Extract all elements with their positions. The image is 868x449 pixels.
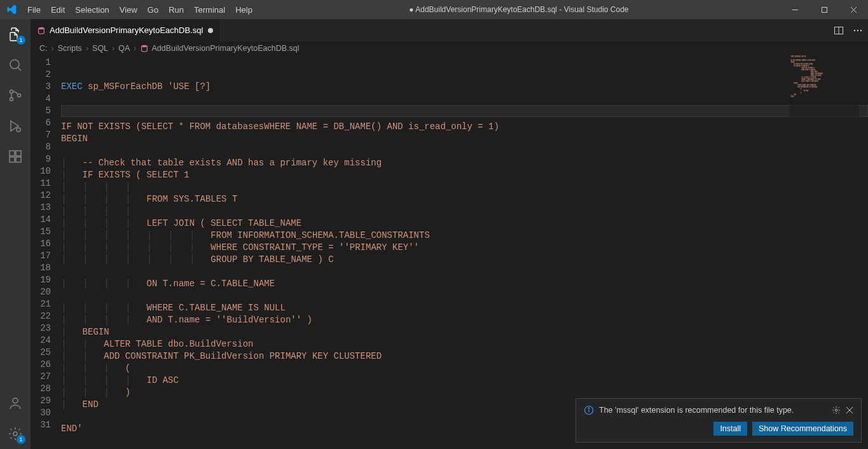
accounts-icon[interactable] — [0, 388, 31, 418]
notification-message: The 'mssql' extension is recommended for… — [599, 406, 827, 415]
extensions-icon[interactable] — [0, 141, 31, 172]
info-icon — [584, 405, 594, 415]
menu-file[interactable]: File — [22, 5, 46, 15]
menu-go[interactable]: Go — [142, 5, 163, 15]
menu-run[interactable]: Run — [163, 5, 189, 15]
notification-toast: The 'mssql' extension is recommended for… — [575, 398, 862, 443]
svg-rect-13 — [16, 151, 21, 156]
window-title: ● AddBuildVersionPrimaryKeytoEachDB.sql … — [258, 5, 780, 14]
notification-close-icon[interactable] — [846, 406, 853, 414]
split-editor-icon[interactable] — [834, 25, 844, 36]
menu-selection[interactable]: Selection — [70, 5, 114, 15]
svg-point-4 — [10, 60, 19, 69]
svg-point-26 — [835, 409, 837, 411]
tab-bar: AddBuildVersionPrimaryKeytoEachDB.sql — [31, 19, 868, 41]
more-actions-icon[interactable] — [853, 25, 863, 36]
svg-point-25 — [588, 408, 589, 409]
breadcrumb-item[interactable]: C: — [39, 44, 48, 53]
breadcrumb-item[interactable]: AddBuildVersionPrimaryKeytoEachDB.sql — [151, 44, 299, 53]
svg-point-16 — [39, 27, 45, 29]
code-editor[interactable]: 1234567891011121314151617181920212223242… — [31, 55, 868, 449]
maximize-icon[interactable] — [809, 0, 839, 19]
install-button[interactable]: Install — [713, 422, 747, 436]
notification-gear-icon[interactable] — [832, 406, 841, 415]
close-icon[interactable] — [839, 0, 868, 19]
editor-area: AddBuildVersionPrimaryKeytoEachDB.sql C:… — [31, 19, 868, 449]
svg-line-5 — [18, 67, 21, 71]
breadcrumb-item[interactable]: SQL — [92, 44, 108, 53]
menu-edit[interactable]: Edit — [46, 5, 70, 15]
svg-point-6 — [10, 90, 13, 93]
breadcrumbs[interactable]: C:› Scripts› SQL› QA› AddBuildVersionPri… — [31, 41, 868, 55]
show-recommendations-button[interactable]: Show Recommendations — [752, 422, 853, 436]
activity-bar: 1 1 — [0, 19, 31, 449]
minimap[interactable]: ████ ████████ ███ ██ ██ ███ ██████ █████… — [789, 55, 859, 183]
svg-point-19 — [854, 29, 855, 31]
menu-view[interactable]: View — [114, 5, 142, 15]
svg-point-15 — [13, 432, 17, 436]
menu-terminal[interactable]: Terminal — [189, 5, 230, 15]
minimize-icon[interactable] — [780, 0, 809, 19]
svg-rect-11 — [10, 157, 15, 162]
explorer-icon[interactable]: 1 — [0, 19, 31, 50]
svg-rect-12 — [16, 157, 21, 162]
settings-gear-icon[interactable]: 1 — [0, 418, 31, 449]
svg-point-14 — [13, 398, 18, 403]
breadcrumb-item[interactable]: Scripts — [58, 44, 82, 53]
tab-dirty-indicator-icon — [208, 28, 213, 33]
svg-rect-1 — [822, 7, 827, 12]
svg-point-8 — [18, 94, 21, 97]
tab-label: AddBuildVersionPrimaryKeytoEachDB.sql — [50, 25, 203, 35]
svg-point-7 — [10, 98, 13, 101]
titlebar: File Edit Selection View Go Run Terminal… — [0, 0, 868, 19]
svg-point-21 — [860, 29, 862, 31]
svg-point-9 — [17, 128, 20, 132]
menu-help[interactable]: Help — [230, 5, 258, 15]
svg-point-20 — [857, 29, 858, 31]
search-icon[interactable] — [0, 50, 31, 80]
vscode-logo-icon — [0, 4, 22, 15]
source-control-icon[interactable] — [0, 80, 31, 111]
settings-badge: 1 — [17, 435, 25, 444]
explorer-badge: 1 — [17, 36, 25, 45]
line-gutter: 1234567891011121314151617181920212223242… — [31, 55, 61, 449]
svg-point-22 — [142, 45, 148, 48]
menu-bar: File Edit Selection View Go Run Terminal… — [22, 5, 258, 15]
run-debug-icon[interactable] — [0, 111, 31, 141]
breadcrumb-item[interactable]: QA — [118, 44, 130, 53]
sql-file-icon — [37, 26, 46, 35]
code-content[interactable]: EXEC sp_MSForEachDB 'USE [?]IF NOT EXIST… — [61, 55, 868, 449]
svg-rect-10 — [10, 151, 15, 156]
tab-active[interactable]: AddBuildVersionPrimaryKeytoEachDB.sql — [31, 19, 220, 41]
